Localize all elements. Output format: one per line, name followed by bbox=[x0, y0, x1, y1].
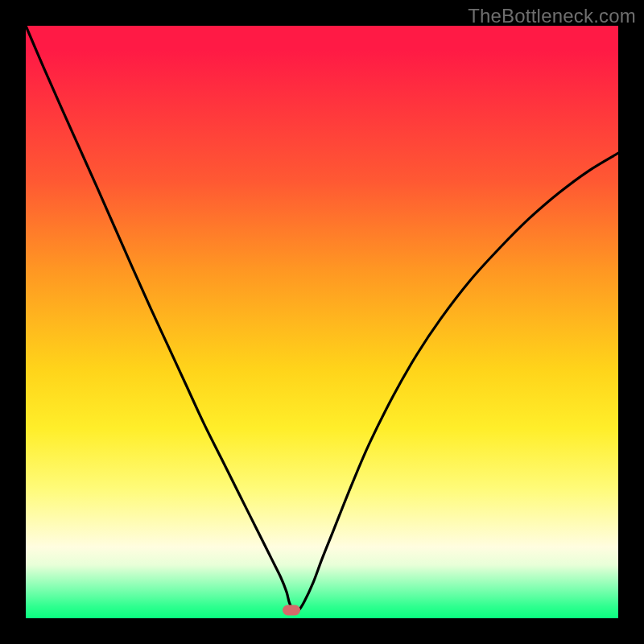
bottleneck-curve bbox=[26, 26, 618, 618]
watermark-text: TheBottleneck.com bbox=[468, 5, 636, 27]
plot-area bbox=[26, 26, 618, 618]
chart-frame: TheBottleneck.com bbox=[0, 0, 644, 644]
curve-path bbox=[26, 26, 618, 612]
minimum-marker bbox=[283, 605, 300, 616]
